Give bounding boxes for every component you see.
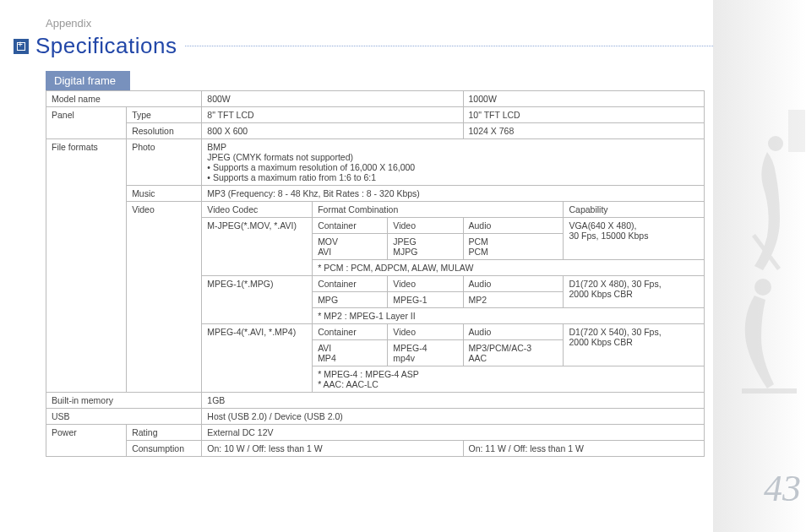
table-row: USB Host (USB 2.0) / Device (USB 2.0) — [46, 409, 705, 425]
cell: AVIMP4 — [313, 340, 388, 366]
cell: MPEG-1(*.MPG) — [202, 276, 313, 324]
subheader: Digital frame — [46, 71, 130, 90]
cell: Capability — [564, 202, 705, 218]
svg-point-1 — [754, 279, 771, 296]
cell: Audio — [463, 324, 564, 340]
text: 30 Fps, 15000 Kbps — [569, 231, 699, 241]
cell: PCMPCM — [463, 234, 564, 260]
page-number: 43 — [764, 467, 801, 510]
title-rule — [185, 46, 713, 46]
text: AVI — [318, 247, 382, 257]
cell: USB — [46, 409, 202, 425]
table-row: Model name 800W 1000W — [46, 91, 705, 107]
text: MJPG — [393, 247, 457, 257]
cell: On: 11 W / Off: less than 1 W — [463, 441, 704, 457]
cell: 1024 X 768 — [463, 123, 704, 139]
cell: 1GB — [202, 393, 705, 409]
cell: Container — [313, 324, 388, 340]
table-row: Power Rating External DC 12V — [46, 425, 705, 441]
text: D1(720 X 540), 30 Fps, — [569, 327, 699, 337]
cell: Photo — [127, 139, 202, 186]
cell: Video — [388, 276, 463, 292]
cell: VGA(640 X 480), 30 Fps, 15000 Kbps — [564, 218, 705, 260]
table-row: Resolution 800 X 600 1024 X 768 — [46, 123, 705, 139]
text: JPEG — [393, 236, 457, 247]
text: * MPEG-4 : MPEG-4 ASP — [318, 369, 699, 379]
cell: * PCM : PCM, ADPCM, ALAW, MULAW — [313, 260, 705, 276]
cell: MOVAVI — [313, 234, 388, 260]
text: mp4v — [393, 353, 457, 363]
text: PCM — [469, 236, 558, 247]
text: JPEG (CMYK formats not supported) — [207, 152, 699, 162]
cell: BMP JPEG (CMYK formats not supported) • … — [202, 139, 705, 186]
text: MP3/PCM/AC-3 — [469, 343, 558, 353]
cell: * MP2 : MPEG-1 Layer II — [313, 308, 705, 324]
cell: External DC 12V — [202, 425, 705, 441]
text: D1(720 X 480), 30 Fps, — [569, 279, 699, 289]
cell: MP2 — [463, 292, 564, 308]
table-row: Music MP3 (Frequency: 8 - 48 Khz, Bit Ra… — [46, 186, 705, 202]
cell: Music — [127, 186, 202, 202]
svg-point-0 — [768, 136, 783, 151]
cell: Video Codec — [202, 202, 313, 218]
text: AAC — [469, 353, 558, 363]
cell: On: 10 W / Off: less than 1 W — [202, 441, 463, 457]
cell: Power — [46, 425, 127, 457]
cell: MP3 (Frequency: 8 - 48 Khz, Bit Rates : … — [202, 186, 705, 202]
cell: File formats — [46, 139, 127, 393]
cell: Type — [127, 107, 202, 123]
text: 2000 Kbps CBR — [569, 337, 699, 347]
cell: Model name — [46, 91, 202, 107]
table-row: Video Video Codec Format Combination Cap… — [46, 202, 705, 218]
cell: 1000W — [463, 91, 704, 107]
page-title: Specifications — [35, 33, 177, 59]
cell: Audio — [463, 276, 564, 292]
baseball-silhouette-icon — [716, 93, 806, 431]
text: VGA(640 X 480), — [569, 220, 699, 231]
cell: 800 X 600 — [202, 123, 463, 139]
text: 2000 Kbps CBR — [569, 289, 699, 299]
cell: JPEGMJPG — [388, 234, 463, 260]
cell: Resolution — [127, 123, 202, 139]
text: MOV — [318, 236, 382, 247]
cell: MPEG-4mp4v — [388, 340, 463, 366]
cell: 800W — [202, 91, 463, 107]
cell: Video — [388, 324, 463, 340]
cell: Video — [127, 202, 202, 393]
title-icon — [14, 39, 29, 54]
sidebar-graphic: 43 — [713, 0, 806, 532]
cell: Consumption — [127, 441, 202, 457]
text: AVI — [318, 343, 382, 353]
text: MPEG-4 — [393, 343, 457, 353]
cell: Rating — [127, 425, 202, 441]
svg-rect-3 — [788, 110, 805, 152]
cell: * MPEG-4 : MPEG-4 ASP * AAC: AAC-LC — [313, 366, 705, 393]
text: • Supports a maximum ratio from 1:6 to 6… — [207, 172, 699, 182]
table-row: File formats Photo BMP JPEG (CMYK format… — [46, 139, 705, 186]
cell: Container — [313, 218, 388, 234]
text: * AAC: AAC-LC — [318, 379, 699, 389]
cell: Panel — [46, 107, 127, 139]
cell: Video — [388, 218, 463, 234]
table-row: Consumption On: 10 W / Off: less than 1 … — [46, 441, 705, 457]
cell: MPEG-4(*.AVI, *.MP4) — [202, 324, 313, 393]
text: MP4 — [318, 353, 382, 363]
cell: D1(720 X 480), 30 Fps, 2000 Kbps CBR — [564, 276, 705, 308]
cell: 10" TFT LCD — [463, 107, 704, 123]
cell: D1(720 X 540), 30 Fps, 2000 Kbps CBR — [564, 324, 705, 366]
text: • Supports a maximum resolution of 16,00… — [207, 162, 699, 172]
text: PCM — [469, 247, 558, 257]
cell: Built-in memory — [46, 393, 202, 409]
cell: Host (USB 2.0) / Device (USB 2.0) — [202, 409, 705, 425]
table-row: Panel Type 8" TFT LCD 10" TFT LCD — [46, 107, 705, 123]
cell: 8" TFT LCD — [202, 107, 463, 123]
text: BMP — [207, 142, 699, 152]
cell: MP3/PCM/AC-3AAC — [463, 340, 564, 366]
cell: Container — [313, 276, 388, 292]
cell: MPEG-1 — [388, 292, 463, 308]
cell: Audio — [463, 218, 564, 234]
svg-rect-2 — [742, 388, 797, 394]
cell: Format Combination — [313, 202, 564, 218]
section-label: Appendix — [46, 17, 713, 30]
table-row: Built-in memory 1GB — [46, 393, 705, 409]
